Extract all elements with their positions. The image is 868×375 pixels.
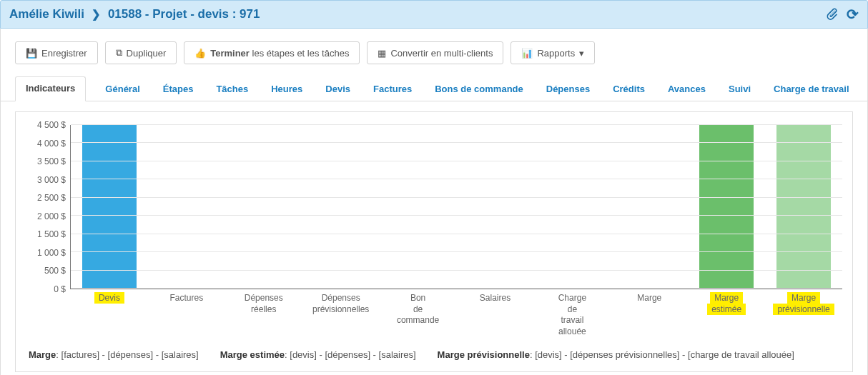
chart-category-label: Bon de commande (380, 289, 457, 326)
y-tick-label: 3 500 $ (37, 156, 66, 166)
convert-label: Convertir en multi-clients (390, 48, 493, 59)
legend-item: Marge: [factures] - [dépenses] - [salair… (29, 349, 199, 360)
tab-t-ches[interactable]: Tâches (212, 77, 252, 101)
chart-bar-slot: Factures (148, 125, 225, 289)
finish-button[interactable]: 👍 Terminer les étapes et les tâches (184, 41, 360, 64)
chart-bar[interactable] (82, 125, 137, 289)
chart-bar-slot: Salaires (457, 125, 534, 289)
y-tick-label: 0 $ (54, 284, 66, 294)
thumbs-up-icon: 👍 (194, 48, 206, 59)
tab-bar: IndicateursGénéralÉtapesTâchesHeuresDevi… (1, 76, 867, 101)
tab-suivi[interactable]: Suivi (725, 77, 754, 101)
tab--tapes[interactable]: Étapes (159, 77, 197, 101)
tab-avances[interactable]: Avances (664, 77, 709, 101)
chart-bar[interactable] (699, 125, 754, 289)
y-tick-label: 2 000 $ (37, 211, 66, 221)
convert-button[interactable]: ▦ Convertir en multi-clients (367, 41, 503, 64)
main-panel: 💾 Enregistrer ⧉ Dupliquer 👍 Terminer les… (0, 29, 868, 375)
tab-factures[interactable]: Factures (370, 77, 415, 101)
chart-category-label: Margeestimée (688, 289, 765, 315)
duplicate-label: Dupliquer (127, 48, 167, 59)
chart-bar-slot: Dépenses prévisionnelles (302, 125, 380, 289)
y-tick-label: 3 000 $ (37, 175, 66, 185)
chart-category-label: Charge de travail allouée (533, 289, 611, 337)
tab-devis[interactable]: Devis (322, 77, 354, 101)
chart-y-axis: 4 500 $4 000 $3 500 $3 000 $2 500 $2 000… (26, 125, 70, 339)
reports-label: Rapports (537, 48, 575, 59)
chart-bar-slot: Margeprévisionnelle (765, 125, 842, 289)
chart-bar-slot: Marge (611, 125, 688, 289)
y-tick-label: 4 500 $ (37, 120, 66, 130)
y-tick-label: 1 000 $ (37, 248, 66, 258)
tab-g-n-ral[interactable]: Général (102, 77, 143, 101)
chart-category-label: Marge (611, 289, 688, 304)
save-button[interactable]: 💾 Enregistrer (15, 41, 98, 64)
chart-bar[interactable] (776, 125, 831, 289)
tab-indicateurs[interactable]: Indicateurs (15, 76, 86, 101)
chart-category-label: Devis (71, 289, 148, 304)
chart-plot: DevisFacturesDépenses réellesDépenses pr… (70, 125, 842, 289)
chart-category-label: Salaires (457, 289, 534, 304)
copy-icon: ⧉ (116, 47, 122, 59)
chart-bar-slot: Devis (71, 125, 148, 289)
titlebar: Amélie Kiwili ❯ 01588 - Projet - devis :… (0, 0, 868, 29)
chart-category-label: Factures (148, 289, 225, 304)
chart-bar-slot: Charge de travail allouée (533, 125, 611, 289)
tab-cr-dits[interactable]: Crédits (609, 77, 648, 101)
y-tick-label: 2 500 $ (37, 193, 66, 203)
chevron-right-icon: ❯ (92, 8, 101, 21)
y-tick-label: 1 500 $ (37, 229, 66, 239)
chart-category-label: Dépenses réelles (225, 289, 302, 315)
chart-bar-icon: 📊 (521, 48, 533, 59)
tab-bons-de-commande[interactable]: Bons de commande (431, 77, 527, 101)
action-toolbar: 💾 Enregistrer ⧉ Dupliquer 👍 Terminer les… (1, 36, 867, 76)
legend-item: Marge estimée: [devis] - [dépenses] - [s… (220, 349, 416, 360)
legend-item: Marge prévisionnelle: [devis] - [dépense… (438, 349, 794, 360)
y-tick-label: 500 $ (44, 266, 66, 276)
finish-label-rest: les étapes et les tâches (250, 48, 349, 59)
chart-bar-slot: Dépenses réelles (225, 125, 302, 289)
chart-bar-slot: Bon de commande (380, 125, 457, 289)
indicators-chart: 4 500 $4 000 $3 500 $3 000 $2 500 $2 000… (15, 111, 853, 372)
tab-charge-de-travail[interactable]: Charge de travail (770, 77, 853, 101)
duplicate-button[interactable]: ⧉ Dupliquer (105, 41, 177, 64)
tab-heures[interactable]: Heures (267, 77, 306, 101)
chart-category-label: Margeprévisionnelle (765, 289, 842, 315)
finish-label-bold: Terminer (210, 48, 250, 59)
attachment-icon[interactable] (825, 6, 839, 23)
tab-d-penses[interactable]: Dépenses (543, 77, 593, 101)
breadcrumb-current: 01588 - Projet - devis : 971 (108, 7, 260, 21)
save-label: Enregistrer (41, 48, 87, 59)
save-icon: 💾 (26, 48, 37, 59)
grid-icon: ▦ (378, 48, 386, 59)
history-icon[interactable]: ⟳ (847, 7, 859, 21)
chart-category-label: Dépenses prévisionnelles (302, 289, 380, 315)
chevron-down-icon: ▾ (579, 48, 584, 59)
reports-button[interactable]: 📊 Rapports ▾ (511, 41, 595, 64)
chart-legend: Marge: [factures] - [dépenses] - [salair… (26, 339, 842, 363)
y-tick-label: 4 000 $ (37, 139, 66, 149)
breadcrumb-root[interactable]: Amélie Kiwili (9, 7, 84, 21)
chart-bar-slot: Margeestimée (688, 125, 765, 289)
